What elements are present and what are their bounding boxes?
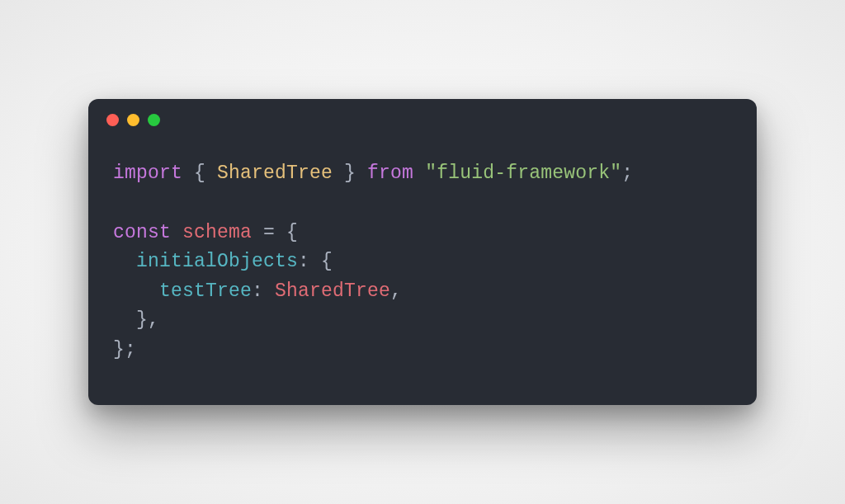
identifier-sharedtree: SharedTree xyxy=(217,163,333,184)
semicolon: ; xyxy=(621,163,633,184)
keyword-import: import xyxy=(113,163,182,184)
type-sharedtree: SharedTree xyxy=(275,280,390,302)
keyword-const: const xyxy=(113,222,171,243)
minimize-icon[interactable] xyxy=(127,114,139,126)
variable-schema: schema xyxy=(182,222,252,243)
brace-open: { xyxy=(286,222,298,243)
code-space xyxy=(413,163,425,184)
close-icon[interactable] xyxy=(106,114,119,126)
property-testtree: testTree xyxy=(159,280,252,302)
code-space xyxy=(252,222,263,243)
semicolon: ; xyxy=(125,339,136,360)
code-space xyxy=(275,222,286,243)
comma: , xyxy=(390,280,402,302)
code-space xyxy=(171,222,182,243)
brace-open: { xyxy=(321,251,333,272)
brace-close: } xyxy=(136,309,148,331)
keyword-from: from xyxy=(367,163,413,184)
brace-close: } xyxy=(333,163,356,184)
comma: , xyxy=(148,309,159,331)
brace-open: { xyxy=(194,163,217,184)
code-window: import { SharedTree } from "fluid-framew… xyxy=(88,99,757,404)
zoom-icon[interactable] xyxy=(148,114,160,126)
indent xyxy=(113,309,136,331)
window-titlebar xyxy=(88,99,757,126)
equals: = xyxy=(263,222,275,243)
code-space xyxy=(182,163,194,184)
colon: : xyxy=(252,280,275,302)
brace-close: } xyxy=(113,339,125,360)
code-block: import { SharedTree } from "fluid-framew… xyxy=(88,126,757,404)
colon: : xyxy=(298,251,321,272)
indent xyxy=(113,251,136,272)
code-space xyxy=(356,163,367,184)
property-initialobjects: initialObjects xyxy=(136,251,298,272)
indent xyxy=(113,280,159,302)
string-literal: "fluid-framework" xyxy=(425,163,621,184)
